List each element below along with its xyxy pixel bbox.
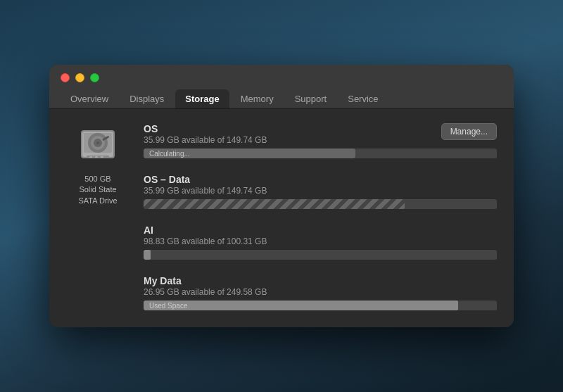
volume-mydata-available: 26.95 GB available of 249.58 GB: [144, 287, 267, 297]
drive-info: 500 GB Solid State SATA Drive: [66, 123, 129, 310]
volume-os-available: 35.99 GB available of 149.74 GB: [144, 135, 267, 145]
volume-mydata: My Data 26.95 GB available of 249.58 GB …: [144, 275, 497, 310]
tab-bar: Overview Displays Storage Memory Support…: [61, 89, 502, 108]
minimize-button[interactable]: [75, 73, 84, 82]
titlebar: Overview Displays Storage Memory Support…: [49, 65, 514, 109]
tab-displays[interactable]: Displays: [120, 89, 174, 108]
maximize-button[interactable]: [90, 73, 99, 82]
volume-os-name: OS: [144, 123, 267, 134]
calculating-bar: Calculating...: [144, 148, 355, 158]
content-area: 500 GB Solid State SATA Drive OS 35.99 G…: [49, 109, 514, 327]
svg-rect-10: [95, 156, 98, 158]
volume-os-progress: Calculating...: [144, 148, 497, 158]
svg-rect-9: [89, 156, 92, 158]
close-button[interactable]: [61, 73, 70, 82]
volume-os-data-available: 35.99 GB available of 149.74 GB: [144, 186, 267, 196]
volume-os-data-progress: [144, 199, 497, 209]
drive-icon: [75, 123, 120, 168]
volume-ai-available: 98.83 GB available of 100.31 GB: [144, 236, 267, 246]
volume-ai-name: AI: [144, 225, 267, 236]
tab-storage[interactable]: Storage: [175, 89, 229, 108]
tab-support[interactable]: Support: [285, 89, 337, 108]
used-bar: Used Space: [144, 301, 458, 310]
svg-rect-11: [101, 156, 103, 158]
calculating-text: Calculating...: [149, 150, 190, 158]
volume-os: OS 35.99 GB available of 149.74 GB Manag…: [144, 123, 497, 158]
tab-overview[interactable]: Overview: [61, 89, 118, 108]
traffic-lights: [61, 73, 502, 82]
volume-mydata-name: My Data: [144, 275, 267, 286]
manage-button[interactable]: Manage...: [441, 123, 497, 140]
stripe-bar: [144, 199, 405, 209]
volume-os-data: OS – Data 35.99 GB available of 149.74 G…: [144, 174, 497, 209]
volumes-list: OS 35.99 GB available of 149.74 GB Manag…: [144, 123, 497, 310]
tab-service[interactable]: Service: [338, 89, 388, 108]
used-space-text: Used Space: [149, 302, 187, 310]
drive-label: 500 GB Solid State SATA Drive: [78, 174, 117, 206]
volume-ai: AI 98.83 GB available of 100.31 GB: [144, 225, 497, 260]
volume-ai-progress: [144, 250, 497, 260]
small-bar: [144, 250, 151, 260]
volume-os-data-name: OS – Data: [144, 174, 267, 185]
svg-point-6: [96, 141, 99, 144]
tab-memory[interactable]: Memory: [231, 89, 284, 108]
system-info-window: Overview Displays Storage Memory Support…: [49, 65, 514, 327]
volume-mydata-progress: Used Space: [144, 301, 497, 310]
